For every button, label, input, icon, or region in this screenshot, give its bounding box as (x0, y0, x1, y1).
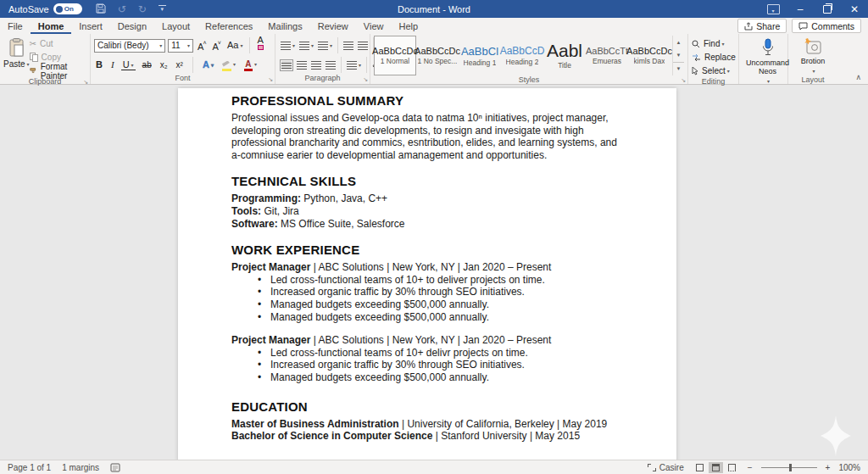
job-bullet: Led cross-functional teams of 10+ to del… (231, 274, 627, 287)
zoom-slider[interactable] (761, 467, 817, 468)
skill-line: Programming: Python, Java, C++ (231, 192, 627, 205)
autosave-toggle[interactable]: On (53, 3, 82, 14)
font-group: Calibri (Bedy) 11 A˄ A˅ Aa A B I U ab x₂… (91, 34, 275, 84)
editor-button[interactable]: Brotion (792, 36, 834, 75)
numbering-button[interactable] (298, 39, 315, 53)
document-page[interactable]: PROFESSIONAL SUMMARY Professional issues… (178, 88, 676, 460)
window-controls: ▾ – ✕ (760, 0, 868, 18)
align-left-button[interactable] (279, 59, 294, 72)
tab-mailings[interactable]: Mailings (260, 18, 309, 34)
ribbon-display-options-icon[interactable]: ▾ (760, 0, 787, 18)
minimize-icon[interactable]: – (787, 0, 814, 18)
italic-button[interactable]: I (109, 60, 116, 70)
status-bar: Page 1 of 1 1 margins Casire − + 100% (0, 460, 868, 474)
select-button[interactable]: Select (692, 64, 736, 77)
paste-button[interactable]: Paste (3, 36, 30, 77)
style-subtle-emphasis[interactable]: AaBbCcDc kimls Dax (628, 36, 670, 75)
style-no-spacing[interactable]: AaBbCcDc 1 No Spec... (416, 36, 459, 75)
redo-icon[interactable]: ↻ (138, 4, 147, 14)
print-layout-button[interactable] (709, 462, 723, 473)
superscript-button[interactable]: x² (175, 61, 185, 70)
line-spacing-button[interactable] (345, 59, 363, 72)
styles-scroll-up-icon[interactable]: ▲ (673, 36, 684, 48)
zoom-out-button[interactable]: − (748, 463, 753, 472)
copy-icon (30, 53, 38, 62)
word-count[interactable]: 1 margins (62, 463, 99, 472)
bullets-button[interactable] (279, 39, 297, 53)
styles-scroll-down-icon[interactable]: ▼ (673, 48, 684, 61)
addin-group: Brotion Layout (788, 34, 837, 84)
save-icon[interactable] (96, 3, 106, 15)
strikethrough-button[interactable]: ab (141, 61, 153, 70)
decrease-indent-button[interactable] (342, 39, 355, 53)
font-dialog-launcher-icon[interactable]: ↘ (268, 76, 273, 82)
page-indicator[interactable]: Page 1 of 1 (8, 463, 51, 472)
clear-formatting-button[interactable]: A (255, 36, 271, 55)
education-line: Bachelor of Science in Computer Science … (231, 430, 627, 443)
tab-layout[interactable]: Layout (154, 18, 198, 34)
tab-references[interactable]: References (198, 18, 260, 34)
summary-line: professional brancharity and commics, es… (231, 137, 627, 149)
style-subtitle[interactable]: AaBbCcTt Emueras (586, 36, 628, 75)
multilevel-list-button[interactable] (316, 39, 334, 53)
restore-icon[interactable] (814, 0, 841, 18)
tab-home[interactable]: Home (31, 18, 72, 34)
change-case-button[interactable]: Aa (225, 41, 244, 50)
tab-help[interactable]: Help (391, 18, 426, 34)
tab-insert[interactable]: Insert (71, 18, 110, 34)
share-button[interactable]: Share (737, 19, 787, 33)
replace-button[interactable]: Replace (692, 51, 736, 64)
style-title[interactable]: Aabl Title (543, 36, 586, 75)
shrink-font-button[interactable]: A˅ (211, 40, 223, 52)
focus-button[interactable]: Casire (648, 463, 684, 472)
document-canvas: PROFESSIONAL SUMMARY Professional issues… (0, 86, 868, 460)
styles-dialog-launcher-icon[interactable]: ↘ (681, 77, 686, 83)
style-heading1[interactable]: AaBbCl Heading 1 (459, 36, 501, 75)
focus-icon (648, 464, 656, 471)
paragraph-group: A↓ ¶ Paragraph ↘ (275, 34, 370, 84)
increase-indent-button[interactable] (356, 39, 370, 53)
justify-icon (326, 61, 336, 70)
underline-button[interactable]: U (121, 60, 136, 70)
tab-design[interactable]: Design (110, 18, 154, 34)
highlight-color-button[interactable] (220, 59, 237, 71)
find-button[interactable]: Find (692, 37, 736, 50)
microphone-icon (761, 38, 775, 57)
paragraph-dialog-launcher-icon[interactable]: ↘ (363, 76, 368, 82)
align-right-button[interactable] (309, 59, 323, 72)
font-name-combo[interactable]: Calibri (Bedy) (94, 39, 165, 53)
read-mode-button[interactable] (693, 462, 707, 473)
zoom-in-button[interactable]: + (826, 463, 831, 472)
font-size-combo[interactable]: 11 (168, 39, 193, 53)
style-normal[interactable]: AaBbCcDc 1 Normal (374, 36, 416, 75)
justify-button[interactable] (324, 59, 337, 72)
format-painter-button[interactable]: Format Painter (30, 64, 86, 77)
styles-more-icon[interactable]: ▼ (673, 62, 684, 75)
comments-button[interactable]: Comments (792, 19, 861, 33)
proofing-icon[interactable] (110, 463, 120, 472)
document-content[interactable]: PROFESSIONAL SUMMARY Professional issues… (178, 88, 676, 443)
font-color-button[interactable]: A (242, 59, 259, 71)
tab-file[interactable]: File (0, 18, 31, 34)
style-heading2[interactable]: AaBbCcD Heading 2 (501, 36, 543, 75)
autosave-control[interactable]: AutoSave On (8, 3, 82, 14)
align-center-button[interactable] (295, 59, 309, 72)
clipboard-dialog-launcher-icon[interactable]: ↘ (83, 79, 88, 85)
cut-button[interactable]: ✂ Cut (30, 37, 86, 50)
autosave-state: On (64, 5, 74, 13)
close-icon[interactable]: ✕ (841, 0, 868, 18)
tab-review[interactable]: Review (310, 18, 356, 34)
dictate-button[interactable]: Uncommand Neos (743, 36, 793, 86)
subscript-button[interactable]: x₂ (159, 61, 170, 70)
collapse-ribbon-icon[interactable]: ∧ (855, 73, 861, 81)
zoom-level[interactable]: 100% (838, 463, 860, 472)
customize-qat-icon[interactable]: ▾ (159, 5, 166, 13)
bold-button[interactable]: B (94, 60, 104, 70)
tab-view[interactable]: View (356, 18, 392, 34)
grow-font-button[interactable]: A˄ (196, 40, 208, 52)
undo-icon[interactable]: ↺ (118, 4, 126, 14)
cut-icon: ✂ (30, 39, 36, 48)
text-effects-button[interactable]: A (201, 60, 215, 70)
web-layout-button[interactable] (725, 462, 739, 473)
zoom-slider-thumb[interactable] (789, 464, 792, 471)
